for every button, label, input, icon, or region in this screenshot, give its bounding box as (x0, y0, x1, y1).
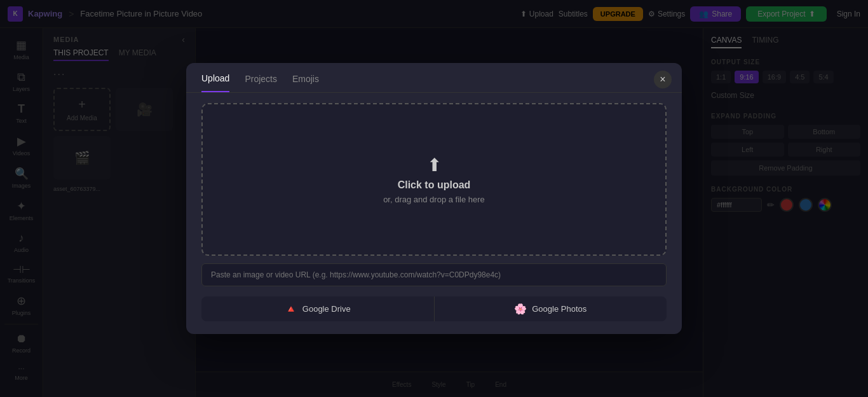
modal-overlay[interactable]: Upload Projects Emojis × ⬆ Click to uplo… (0, 0, 868, 397)
google-photos-button[interactable]: 🌸 Google Photos (435, 296, 667, 321)
modal-header: Upload Projects Emojis × (186, 63, 682, 93)
modal-tab-projects[interactable]: Projects (245, 74, 277, 92)
upload-title: Click to upload (398, 179, 471, 191)
modal-tab-upload[interactable]: Upload (201, 73, 229, 92)
url-input[interactable] (201, 263, 667, 286)
google-photos-icon: 🌸 (514, 303, 527, 315)
modal-body: ⬆ Click to upload or, drag and drop a fi… (186, 93, 682, 296)
modal-tab-emojis[interactable]: Emojis (292, 74, 319, 92)
google-drive-icon: 🔺 (285, 303, 297, 315)
modal-footer: 🔺 Google Drive 🌸 Google Photos (186, 296, 682, 334)
upload-cloud-icon: ⬆ (427, 155, 442, 176)
google-drive-button[interactable]: 🔺 Google Drive (201, 296, 435, 321)
upload-modal: Upload Projects Emojis × ⬆ Click to uplo… (186, 63, 682, 334)
modal-close-button[interactable]: × (654, 71, 672, 88)
upload-subtitle: or, drag and drop a file here (383, 195, 485, 204)
upload-dropzone[interactable]: ⬆ Click to upload or, drag and drop a fi… (201, 103, 667, 256)
